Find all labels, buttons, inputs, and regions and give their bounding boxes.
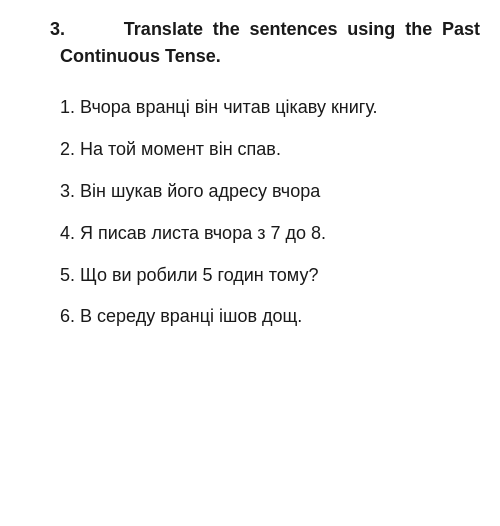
sentence-text: Я писав листа вчора з 7 до 8. <box>80 220 480 248</box>
task-header: 3. Translate the sentences using the Pas… <box>20 16 480 70</box>
list-item: 3.Він шукав його адресу вчора <box>20 178 480 206</box>
list-item: 5.Що ви робили 5 годин тому? <box>20 262 480 290</box>
sentence-number: 2. <box>20 136 80 164</box>
sentence-text: Що ви робили 5 годин тому? <box>80 262 480 290</box>
sentence-number: 3. <box>20 178 80 206</box>
sentence-text: На той момент він спав. <box>80 136 480 164</box>
list-item: 2.На той момент він спав. <box>20 136 480 164</box>
list-item: 1.Вчора вранці він читав цікаву книгу. <box>20 94 480 122</box>
sentence-number: 6. <box>20 303 80 331</box>
sentence-text: Вчора вранці він читав цікаву книгу. <box>80 94 480 122</box>
sentence-text: Він шукав його адресу вчора <box>80 178 480 206</box>
sentences-list: 1.Вчора вранці він читав цікаву книгу.2.… <box>20 94 480 331</box>
list-item: 4.Я писав листа вчора з 7 до 8. <box>20 220 480 248</box>
sentence-number: 1. <box>20 94 80 122</box>
sentence-number: 4. <box>20 220 80 248</box>
list-item: 6.В середу вранці ішов дощ. <box>20 303 480 331</box>
task-number: 3. <box>50 19 65 39</box>
sentence-text: В середу вранці ішов дощ. <box>80 303 480 331</box>
task-instruction: Translate the sentences using the Past C… <box>60 19 480 66</box>
sentence-number: 5. <box>20 262 80 290</box>
